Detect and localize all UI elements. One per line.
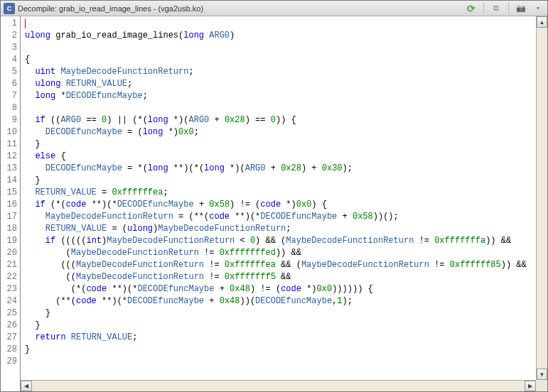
code-column: ulong grab_io_read_image_lines(long ARG0… [21, 16, 547, 391]
separator [508, 3, 509, 14]
scroll-down-button[interactable]: ▼ [537, 369, 547, 380]
code-view[interactable]: ulong grab_io_read_image_lines(long ARG0… [21, 16, 536, 380]
code-row: ulong grab_io_read_image_lines(long ARG0… [21, 16, 547, 380]
window-title: Decompile: grab_io_read_image_lines - (v… [18, 4, 465, 13]
refresh-icon[interactable]: ⟳ [465, 2, 478, 15]
scrollbar-corner [536, 380, 547, 391]
title-prefix: Decompile: [18, 4, 59, 13]
app-icon: C [4, 3, 15, 14]
titlebar-actions: ⟳ ⧉ 📷 ▾ [465, 2, 544, 15]
title-func: grab_io_read_image_lines [59, 4, 151, 13]
scroll-up-button[interactable]: ▲ [537, 16, 547, 28]
horizontal-scrollbar[interactable]: ◀ ▶ [21, 380, 536, 391]
line-gutter: 1234567891011121314151617181920212223242… [1, 16, 21, 391]
decompile-window: C Decompile: grab_io_read_image_lines - … [0, 0, 548, 392]
dropdown-icon[interactable]: ▾ [532, 2, 544, 15]
copy-icon[interactable]: ⧉ [490, 2, 503, 15]
snapshot-icon[interactable]: 📷 [515, 2, 527, 15]
editor-area: 1234567891011121314151617181920212223242… [1, 16, 547, 391]
bottom-scroll-row: ◀ ▶ [21, 380, 547, 391]
titlebar: C Decompile: grab_io_read_image_lines - … [1, 1, 547, 16]
title-suffix: - (vga2usb.ko) [151, 4, 203, 13]
scroll-left-button[interactable]: ◀ [21, 381, 32, 391]
separator [483, 3, 484, 14]
vertical-scrollbar[interactable]: ▲ ▼ [536, 16, 547, 380]
scroll-track-h[interactable] [32, 381, 525, 391]
scroll-track-v[interactable] [537, 28, 547, 369]
scroll-right-button[interactable]: ▶ [525, 381, 536, 391]
